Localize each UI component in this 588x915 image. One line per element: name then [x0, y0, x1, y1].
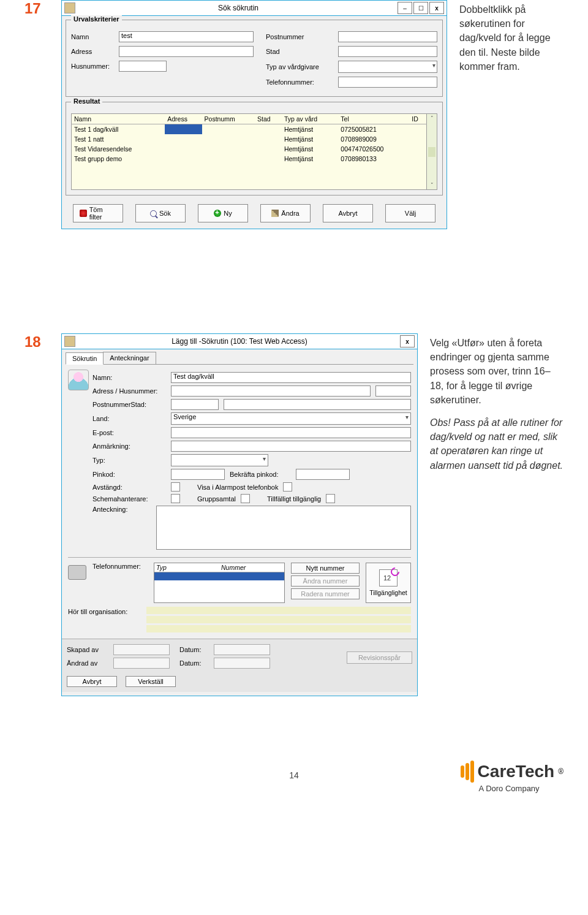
label-epost: E-post:: [92, 429, 166, 436]
search-button[interactable]: Sök: [135, 204, 186, 222]
result-table[interactable]: Namn Adress Postnumm Stad Typ av vård Te…: [71, 113, 427, 190]
scroll-up-icon[interactable]: ˄: [431, 115, 434, 121]
textarea-anteck[interactable]: [156, 506, 411, 550]
group-criteria: Urvalskriterier Namn test Adress: [66, 20, 443, 97]
text-span: Velg «: [430, 338, 457, 348]
input-anm[interactable]: [171, 441, 411, 452]
input-namn2[interactable]: Test dag/kväll: [171, 372, 411, 383]
col-postnr[interactable]: Postnumm: [202, 114, 255, 124]
col-adress[interactable]: Adress: [165, 114, 202, 124]
table-row[interactable]: Test grupp demo Hemtjänst 0708980133: [72, 154, 427, 164]
cell-typ: Hemtjänst: [282, 124, 338, 135]
availability-button[interactable]: Tillgänglighet: [366, 563, 411, 603]
label-bpin: Bekräfta pinkod:: [230, 471, 291, 478]
label-datum2: Datum:: [179, 659, 210, 667]
table-row[interactable]: Test 1 dag/kväll Hemtjänst 0725005821: [72, 124, 427, 135]
edit-icon: [271, 210, 279, 217]
choose-button[interactable]: Välj: [385, 204, 435, 222]
label-postnr: Postnummer: [266, 33, 333, 40]
cancel-button[interactable]: Avbryt: [323, 204, 373, 222]
tab-anteckningar[interactable]: Anteckningar: [103, 352, 156, 364]
input-namn[interactable]: test: [119, 31, 254, 42]
input-tel[interactable]: [338, 77, 437, 88]
new-button[interactable]: Ny: [198, 204, 248, 222]
availability-label: Tillgänglighet: [369, 589, 407, 596]
label-husnr: Husnummer:: [71, 63, 114, 70]
search-icon: [150, 210, 157, 217]
cell-namn: Test 1 natt: [72, 134, 165, 144]
input-husnr[interactable]: [119, 61, 167, 72]
input-datum1: [214, 644, 270, 655]
input-adress[interactable]: [119, 46, 254, 57]
logo-reg-icon: ®: [558, 767, 564, 776]
checkbox-avst[interactable]: [171, 482, 180, 492]
label-datum1: Datum:: [179, 646, 210, 653]
titlebar-1: Sök sökrutin – ☐ x: [62, 1, 447, 16]
table-row[interactable]: Test Vidaresendelse Hemtjänst 0047470265…: [72, 144, 427, 154]
col-namn[interactable]: Namn: [72, 114, 165, 124]
window-icon: [64, 2, 75, 13]
col-id[interactable]: ID: [409, 114, 426, 124]
clear-filter-button[interactable]: Töm filter: [73, 204, 123, 222]
input-pin[interactable]: [171, 469, 225, 480]
input-stad[interactable]: [338, 46, 437, 57]
input-husnr2[interactable]: [375, 385, 411, 397]
page-number: 14: [289, 770, 299, 780]
cell-typ: Hemtjänst: [282, 144, 338, 154]
phone-row-selected[interactable]: [154, 572, 284, 580]
input-epost[interactable]: [171, 427, 411, 438]
cell-tel: 004747026500: [338, 144, 409, 154]
col-stad[interactable]: Stad: [255, 114, 282, 124]
cell-tel: 0708980133: [338, 154, 409, 164]
new-number-button[interactable]: Nytt nummer: [291, 563, 360, 574]
label-tel: Telefonnummer:: [266, 78, 333, 86]
cancel-button-2[interactable]: Avbryt: [67, 676, 117, 687]
cell-namn: Test 1 dag/kväll: [72, 124, 165, 135]
col-typ[interactable]: Typ av vård: [282, 114, 338, 124]
window-title-2: Lägg till -Sökrutin (100: Test Web Acces…: [79, 337, 400, 346]
select-typv[interactable]: [338, 61, 437, 73]
table-row[interactable]: Test 1 natt Hemtjänst 0708989009: [72, 134, 427, 144]
checkbox-visa[interactable]: [283, 482, 292, 492]
maximize-button[interactable]: ☐: [413, 2, 428, 14]
delete-number-button[interactable]: Radera nummer: [291, 588, 360, 599]
checkbox-grupp[interactable]: [241, 494, 250, 503]
select-typ[interactable]: [171, 454, 268, 466]
step-number-17: 17: [24, 0, 49, 229]
minimize-button[interactable]: –: [398, 2, 412, 14]
scrollbar[interactable]: ˄ ˅: [427, 113, 437, 190]
col-tel[interactable]: Tel: [338, 114, 409, 124]
input-postnr[interactable]: [338, 31, 437, 42]
cell-tel: 0725005821: [338, 124, 409, 135]
label-andrad: Ändrad av: [67, 659, 110, 667]
edit-button[interactable]: Ändra: [260, 204, 311, 222]
input-stad2[interactable]: [224, 399, 411, 410]
select-land[interactable]: Sverige: [171, 412, 411, 425]
checkbox-schema[interactable]: [171, 494, 180, 503]
input-postnr2[interactable]: [171, 399, 219, 410]
scroll-down-icon[interactable]: ˅: [431, 182, 434, 188]
cell-typ: Hemtjänst: [282, 154, 338, 164]
checkbox-tillf[interactable]: [326, 494, 335, 503]
org-list: [146, 607, 411, 632]
cell-typ: Hemtjänst: [282, 134, 338, 144]
input-adress2[interactable]: [171, 385, 371, 397]
label-adress2: Adress / Husnummer:: [92, 387, 166, 395]
search-label: Sök: [159, 210, 171, 217]
edit-number-button[interactable]: Ändra nummer: [291, 575, 360, 587]
text-note: Obs! Pass på at alle rutiner for dag/kve…: [430, 417, 563, 471]
revision-button: Revisionsspår: [347, 651, 412, 664]
phone-list[interactable]: Typ Nummer: [154, 563, 285, 603]
close-button[interactable]: x: [429, 2, 444, 14]
label-telnr: Telefonnummer:: [92, 563, 148, 570]
text-bold: Utfør: [457, 338, 479, 348]
input-bpin[interactable]: [296, 469, 350, 480]
tab-sokrutin[interactable]: Sökrutin: [66, 352, 104, 365]
clear-icon: [80, 210, 87, 217]
scroll-thumb[interactable]: [428, 147, 435, 157]
window-add: Lägg till -Sökrutin (100: Test Web Acces…: [61, 333, 418, 696]
window-search: Sök sökrutin – ☐ x Urvalskriterier Namn …: [61, 0, 447, 229]
logo-text: CareTech: [478, 762, 555, 781]
close-button[interactable]: x: [400, 335, 415, 347]
apply-button[interactable]: Verkställ: [126, 676, 176, 687]
